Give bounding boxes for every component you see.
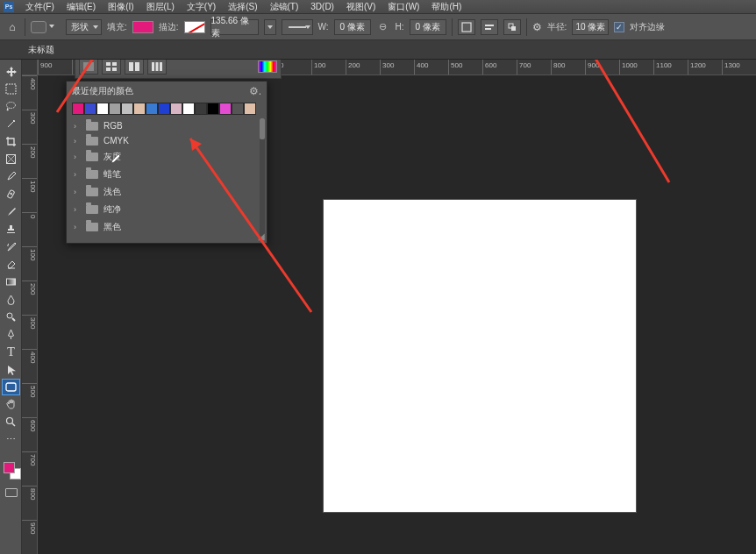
dodge-tool[interactable] — [2, 309, 20, 325]
swatch-color[interactable] — [232, 103, 244, 115]
chevron-right-icon: › — [74, 122, 81, 131]
brush-tool[interactable] — [2, 203, 20, 220]
gradient-tool[interactable] — [2, 273, 20, 290]
swatch-color[interactable] — [72, 103, 84, 115]
frame-tool[interactable] — [2, 151, 20, 167]
arrange-2col-icon[interactable] — [125, 60, 144, 75]
radius-field[interactable]: 10 像素 — [572, 19, 609, 35]
swatch-color[interactable] — [182, 103, 195, 115]
swatch-folder-cmyk[interactable]: ›CMYK — [67, 133, 267, 148]
swatch-color[interactable] — [146, 103, 158, 115]
stroke-style-dropdown[interactable] — [282, 19, 313, 35]
swatch-folder-rgb[interactable]: ›RGB — [67, 118, 267, 133]
swatch-color[interactable] — [195, 103, 207, 115]
svg-rect-19 — [129, 62, 133, 71]
path-alignment-button[interactable] — [481, 19, 498, 35]
menu-filter[interactable]: 滤镜(T) — [264, 1, 305, 13]
radius-label: 半径: — [547, 21, 567, 33]
zoom-tool[interactable] — [2, 414, 20, 430]
swatch-color[interactable] — [244, 103, 256, 115]
swatch-color[interactable] — [170, 103, 182, 115]
healing-tool[interactable] — [2, 186, 20, 202]
move-tool[interactable] — [2, 63, 20, 80]
resize-handle-icon[interactable]: ◢ — [256, 232, 265, 241]
swatch-color[interactable] — [207, 103, 219, 115]
eyedropper-tool[interactable] — [2, 168, 20, 185]
menu-layer[interactable]: 图层(L) — [140, 1, 181, 13]
swatch-color[interactable] — [96, 103, 109, 115]
blur-tool[interactable] — [2, 291, 20, 308]
folder-icon — [86, 153, 98, 161]
crop-tool[interactable] — [2, 133, 20, 150]
gear-icon[interactable]: ⚙ — [532, 21, 542, 33]
swatch-folder-light[interactable]: ›浅色 — [67, 183, 267, 201]
height-field[interactable]: 0 像素 — [410, 19, 446, 35]
hand-tool[interactable] — [2, 396, 20, 413]
swatch-color[interactable] — [133, 103, 146, 115]
swatch-color[interactable] — [158, 103, 170, 115]
foreground-color[interactable] — [4, 462, 15, 473]
path-arrangement-button[interactable] — [503, 19, 521, 35]
stroke-width-field[interactable]: 135.66 像素 — [210, 19, 259, 35]
path-operations-button[interactable] — [458, 19, 475, 35]
link-wh-icon[interactable]: ⊖ — [376, 20, 390, 34]
swatch-folder-crayon[interactable]: ›蜡笔 — [67, 166, 267, 183]
width-field[interactable]: 0 像素 — [334, 19, 371, 35]
swatch-color[interactable] — [121, 103, 133, 115]
menu-file[interactable]: 文件(F) — [19, 1, 61, 13]
tool-preset-icon[interactable] — [31, 21, 46, 33]
stamp-tool[interactable] — [2, 221, 20, 238]
chevron-right-icon: › — [74, 205, 81, 214]
folder-icon — [86, 170, 98, 179]
menu-type[interactable]: 文字(Y) — [181, 1, 222, 13]
color-picker[interactable] — [2, 460, 19, 481]
fill-color-swatch[interactable] — [132, 21, 153, 33]
ruler-origin[interactable] — [22, 60, 38, 75]
home-icon[interactable]: ⌂ — [5, 20, 19, 34]
edit-toolbar-button[interactable]: ⋯ — [2, 431, 20, 448]
type-tool[interactable]: T — [2, 344, 20, 360]
tool-mode-dropdown[interactable]: 形状 — [66, 19, 102, 35]
stroke-color-swatch[interactable] — [184, 21, 205, 33]
quick-mask-button[interactable] — [2, 486, 20, 500]
swatch-scrollbar[interactable] — [260, 118, 265, 236]
menubar: Ps 文件(F) 编辑(E) 图像(I) 图层(L) 文字(Y) 选择(S) 滤… — [0, 0, 756, 14]
menu-window[interactable]: 窗口(W) — [382, 1, 425, 13]
lasso-tool[interactable] — [2, 98, 20, 115]
swatch-color[interactable] — [219, 103, 232, 115]
menu-help[interactable]: 帮助(H) — [425, 1, 467, 13]
align-edges-checkbox[interactable]: ✓ — [614, 22, 624, 32]
shape-tool[interactable] — [2, 379, 20, 395]
pen-tool[interactable] — [2, 326, 20, 343]
document-tab[interactable]: 未标题 — [21, 41, 61, 59]
swatch-color[interactable] — [109, 103, 121, 115]
svg-rect-0 — [462, 23, 471, 32]
menu-3d[interactable]: 3D(D) — [304, 2, 340, 11]
ruler-vertical[interactable]: 4003002001000100200300400500600700800900 — [22, 75, 38, 554]
eraser-tool[interactable] — [2, 256, 20, 273]
svg-point-6 — [7, 103, 16, 109]
svg-rect-21 — [152, 62, 154, 71]
svg-rect-23 — [160, 62, 162, 71]
menu-image[interactable]: 图像(I) — [102, 1, 139, 13]
swatch-folder-pure[interactable]: ›纯净 — [67, 201, 267, 218]
path-select-tool[interactable] — [2, 361, 20, 378]
swatch-color[interactable] — [84, 103, 96, 115]
arrange-grid-icon[interactable] — [102, 60, 121, 75]
swatch-folder-black[interactable]: ›黑色 — [67, 218, 267, 236]
menu-select[interactable]: 选择(S) — [222, 1, 263, 13]
spectrum-icon[interactable] — [258, 60, 277, 73]
arrange-3col-icon[interactable] — [147, 60, 167, 75]
document-canvas[interactable] — [324, 200, 636, 512]
stroke-width-dropdown[interactable] — [264, 19, 276, 35]
wand-tool[interactable] — [2, 116, 20, 132]
arrange-single-icon[interactable] — [79, 60, 98, 75]
marquee-tool[interactable] — [2, 81, 20, 97]
history-brush-tool[interactable] — [2, 238, 20, 255]
options-bar: ⌂ 形状 填充: 描边: 135.66 像素 W: 0 像素 ⊖ H: 0 像素… — [0, 14, 756, 40]
menu-edit[interactable]: 编辑(E) — [61, 1, 102, 13]
folder-icon — [86, 122, 98, 131]
swatch-folder-gray[interactable]: ›灰度 — [67, 148, 267, 166]
swatches-menu-icon[interactable]: ⚙. — [249, 85, 261, 97]
menu-view[interactable]: 视图(V) — [340, 1, 382, 13]
